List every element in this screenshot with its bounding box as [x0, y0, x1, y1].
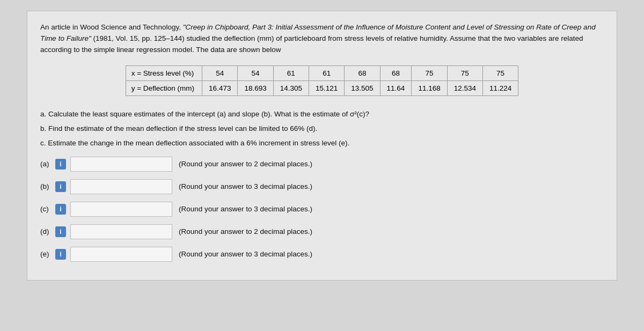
y-val-3: 14.305: [273, 80, 309, 95]
answer-hint-a: (Round your answer to 2 decimal places.): [179, 160, 312, 168]
intro-paragraph: An article in Wood Science and Technolog…: [40, 22, 604, 56]
question-a: a. Calculate the least square estimates …: [40, 109, 604, 120]
info-button-a[interactable]: i: [55, 159, 66, 170]
answer-row-c: (c)i(Round your answer to 3 decimal plac…: [40, 202, 604, 217]
x-val-5: 68: [345, 65, 380, 80]
answer-input-c[interactable]: [70, 202, 172, 217]
x-val-1: 54: [202, 65, 238, 80]
x-val-2: 54: [238, 65, 273, 80]
answer-row-a: (a)i(Round your answer to 2 decimal plac…: [40, 157, 604, 172]
info-button-e[interactable]: i: [55, 249, 66, 260]
x-val-3: 61: [273, 65, 309, 80]
table-row-y: y = Deflection (mm) 16.473 18.693 14.305…: [126, 80, 518, 95]
table-row-x: x = Stress level (%) 54 54 61 61 68 68 7…: [126, 65, 518, 80]
answer-input-a[interactable]: [70, 157, 172, 172]
answer-label-d: (d): [40, 227, 55, 236]
answer-label-b: (b): [40, 182, 55, 190]
answer-row-b: (b)i(Round your answer to 3 decimal plac…: [40, 179, 604, 194]
answer-input-d[interactable]: [70, 224, 172, 239]
question-c: c. Estimate the change in the mean defle…: [40, 138, 604, 149]
answer-hint-d: (Round your answer to 2 decimal places.): [179, 227, 312, 236]
answer-label-c: (c): [40, 205, 55, 213]
y-val-9: 11.224: [482, 80, 518, 95]
y-val-7: 11.168: [412, 80, 447, 95]
data-table: x = Stress level (%) 54 54 61 61 68 68 7…: [126, 65, 519, 96]
answer-input-e[interactable]: [70, 247, 172, 262]
intro-text-before-italic: An article in Wood Science and Technolog…: [40, 23, 183, 31]
answer-row-e: (e)i(Round your answer to 3 decimal plac…: [40, 247, 604, 262]
y-label: y = Deflection (mm): [126, 80, 202, 95]
answer-hint-e: (Round your answer to 3 decimal places.): [179, 250, 312, 258]
answer-hint-c: (Round your answer to 3 decimal places.): [179, 205, 312, 213]
answer-input-b[interactable]: [70, 179, 172, 194]
x-label: x = Stress level (%): [126, 65, 202, 80]
data-table-wrapper: x = Stress level (%) 54 54 61 61 68 68 7…: [40, 65, 604, 96]
answer-label-e: (e): [40, 250, 55, 258]
y-val-6: 11.64: [380, 80, 412, 95]
y-val-2: 18.693: [238, 80, 273, 95]
x-val-9: 75: [482, 65, 518, 80]
y-val-5: 13.505: [345, 80, 380, 95]
question-b: b. Find the estimate of the mean deflect…: [40, 123, 604, 134]
x-val-6: 68: [380, 65, 412, 80]
answer-label-a: (a): [40, 160, 55, 168]
info-button-b[interactable]: i: [55, 181, 66, 192]
answer-hint-b: (Round your answer to 3 decimal places.): [179, 182, 312, 190]
y-val-4: 15.121: [309, 80, 345, 95]
x-val-7: 75: [412, 65, 447, 80]
answer-row-d: (d)i(Round your answer to 2 decimal plac…: [40, 224, 604, 239]
y-val-8: 12.534: [447, 80, 482, 95]
x-val-8: 75: [447, 65, 482, 80]
answers-container: (a)i(Round your answer to 2 decimal plac…: [40, 157, 604, 262]
questions-section: a. Calculate the least square estimates …: [40, 109, 604, 149]
intro-text-after-italic: (1981, Vol. 15, pp. 125–144) studied the…: [40, 34, 583, 54]
main-card: An article in Wood Science and Technolog…: [27, 11, 617, 281]
info-button-d[interactable]: i: [55, 226, 66, 237]
x-val-4: 61: [309, 65, 345, 80]
info-button-c[interactable]: i: [55, 204, 66, 215]
y-val-1: 16.473: [202, 80, 238, 95]
